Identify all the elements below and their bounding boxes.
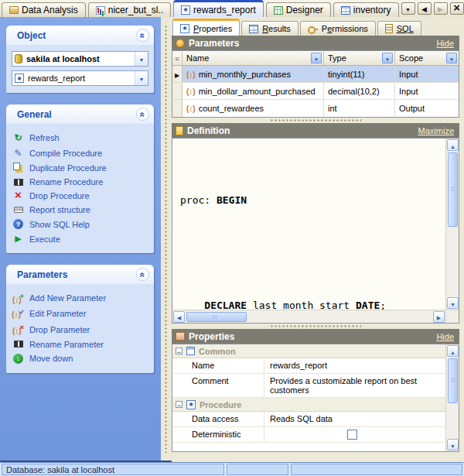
sidebar-action[interactable]: Edit Parameter xyxy=(12,306,148,322)
parameter-scope-cell[interactable]: Output xyxy=(395,100,459,117)
parameter-name-cell[interactable]: min_monthly_purchases xyxy=(183,66,324,82)
document-tab[interactable]: Properties xyxy=(172,19,240,36)
scroll-up-button[interactable] xyxy=(447,139,459,151)
object-combobox[interactable]: rewards_report xyxy=(12,70,148,86)
window-tab[interactable]: inventory xyxy=(333,2,399,17)
property-value[interactable] xyxy=(264,427,445,442)
sidebar-action[interactable]: Compile Procedure xyxy=(12,146,148,161)
scroll-left-button[interactable] xyxy=(173,311,185,323)
grid-column-header[interactable]: Type xyxy=(324,51,395,65)
property-group-header[interactable]: Procedure xyxy=(172,398,445,412)
property-group-rows: Name rewards_report Comment Provides a c… xyxy=(172,358,445,398)
object-panel-header: Object xyxy=(6,26,154,45)
hide-properties-link[interactable]: Hide xyxy=(436,332,454,341)
sql-icon xyxy=(385,24,393,33)
parameter-row[interactable]: count_rewardees int Output xyxy=(172,100,459,117)
parameter-type-cell[interactable]: int xyxy=(324,100,395,117)
checkbox[interactable] xyxy=(347,430,357,440)
sidebar-action[interactable]: Drop Procedure xyxy=(12,189,148,203)
sidebar-action[interactable]: Execute xyxy=(12,231,148,246)
section-resize-grip[interactable] xyxy=(172,118,459,123)
window-tab[interactable]: rewards_report xyxy=(173,0,264,17)
sidebar-action[interactable]: Refresh xyxy=(12,130,148,146)
sidebar-action[interactable]: Rename Parameter xyxy=(12,337,148,351)
vertical-scrollbar-thumb[interactable] xyxy=(448,152,458,227)
collapse-panel-button[interactable] xyxy=(136,268,149,281)
property-value[interactable]: rewards_report xyxy=(264,358,445,373)
property-group-label: Common xyxy=(199,347,236,356)
help-icon xyxy=(13,219,23,229)
close-tab-button[interactable] xyxy=(450,2,464,15)
property-value[interactable]: Reads SQL data xyxy=(264,412,445,426)
window-tab[interactable]: Data Analysis xyxy=(2,2,86,17)
parameter-type-cell[interactable]: tinyint(11) xyxy=(324,66,395,82)
column-filter-button[interactable] xyxy=(382,53,393,63)
property-group-header[interactable]: Common xyxy=(172,344,445,358)
collapse-panel-button[interactable] xyxy=(136,29,149,42)
column-filter-button[interactable] xyxy=(446,53,457,63)
parameter-row[interactable]: min_monthly_purchases tinyint(11) Input xyxy=(172,66,459,83)
scroll-down-button[interactable] xyxy=(447,439,459,450)
rename-param-icon xyxy=(14,341,23,348)
editor-horizontal-scrollbar[interactable] xyxy=(172,310,445,323)
scroll-right-button[interactable] xyxy=(433,311,445,323)
window-tab[interactable]: nicer_but_sl.. xyxy=(88,2,171,17)
collapse-group-button[interactable] xyxy=(176,348,183,354)
maximize-definition-link[interactable]: Maximize xyxy=(418,126,454,135)
sidebar-action-label: Add New Parameter xyxy=(29,293,106,303)
sidebar-action[interactable]: Move down xyxy=(12,351,148,366)
definition-section-icon xyxy=(176,126,183,135)
sidebar-action-label: Rename Parameter xyxy=(29,340,104,349)
grid-column-label: Type xyxy=(328,53,346,63)
object-combobox-dropdown-button[interactable] xyxy=(135,71,148,85)
editor-vertical-scrollbar[interactable] xyxy=(445,139,459,310)
parameter-name-cell[interactable]: count_rewardees xyxy=(183,100,324,117)
parameter-name-cell[interactable]: min_dollar_amount_purchased xyxy=(183,83,324,99)
collapse-group-button[interactable] xyxy=(176,401,183,408)
grid-corner-cell xyxy=(172,51,183,65)
parameter-scope-cell[interactable]: Input xyxy=(395,83,459,99)
sql-code-editor[interactable]: proc: BEGIN DECLARE last_month_start DAT… xyxy=(172,139,445,310)
column-filter-button[interactable] xyxy=(311,53,322,63)
database-combobox-dropdown-button[interactable] xyxy=(135,52,148,66)
tab-scroll-left-button[interactable] xyxy=(418,2,432,15)
window-tab[interactable]: Designer xyxy=(266,2,331,17)
property-key: Comment xyxy=(172,374,264,397)
hide-parameters-link[interactable]: Hide xyxy=(436,39,454,48)
parameter-scope-cell[interactable]: Input xyxy=(395,66,459,82)
document-tab[interactable]: SQL xyxy=(377,21,421,36)
sidebar-splitter[interactable] xyxy=(161,17,172,462)
sidebar-action[interactable]: Drop Parameter xyxy=(12,321,148,337)
chevron-down-icon xyxy=(385,53,390,63)
document-tab[interactable]: Permissions xyxy=(300,21,376,36)
tab-list-dropdown-button[interactable] xyxy=(401,2,415,15)
scroll-up-button[interactable] xyxy=(447,345,459,357)
section-resize-grip[interactable] xyxy=(172,324,459,329)
arrow-up-icon xyxy=(450,141,455,150)
property-value[interactable]: Provides a customizable report on best c… xyxy=(264,374,445,397)
tab-scroll-right-button[interactable] xyxy=(434,2,448,15)
sidebar-action[interactable]: Show SQL Help xyxy=(12,217,148,231)
parameter-type-cell[interactable]: decimal(10,2) xyxy=(324,83,395,99)
database-combobox[interactable]: sakila at localhost xyxy=(12,51,148,67)
document-tab[interactable]: Results xyxy=(241,21,299,36)
property-key: Name xyxy=(172,358,264,373)
grid-column-header[interactable]: Scope xyxy=(395,51,459,65)
vertical-scrollbar-thumb[interactable] xyxy=(448,358,458,403)
designer-icon xyxy=(274,6,283,15)
definition-section-header: Definition Maximize xyxy=(172,123,459,138)
sidebar-action[interactable]: Add New Parameter xyxy=(12,290,148,306)
scroll-down-button[interactable] xyxy=(447,297,459,309)
window-tab-label: rewards_report xyxy=(193,5,256,15)
collapse-panel-button[interactable] xyxy=(136,108,149,121)
database-combobox-value: sakila at localhost xyxy=(26,54,135,63)
sidebar-action[interactable]: Report structure xyxy=(12,203,148,217)
sidebar-action[interactable]: Duplicate Procedure xyxy=(12,161,148,175)
minus-icon xyxy=(177,347,181,356)
horizontal-scrollbar-thumb[interactable] xyxy=(186,312,247,322)
properties-vertical-scrollbar[interactable] xyxy=(445,344,459,451)
sidebar-action[interactable]: Rename Procedure xyxy=(12,175,148,189)
properties-grid: Common Name rewards_report xyxy=(172,344,459,452)
parameter-row[interactable]: min_dollar_amount_purchased decimal(10,2… xyxy=(172,83,459,100)
grid-column-header[interactable]: Name xyxy=(183,51,324,65)
